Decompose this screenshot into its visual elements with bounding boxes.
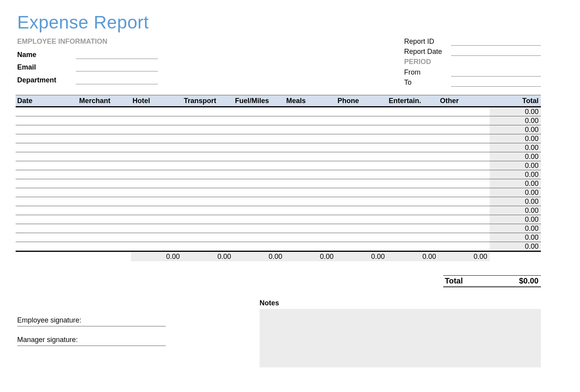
table-cell[interactable] bbox=[387, 215, 439, 224]
table-cell[interactable] bbox=[16, 215, 77, 224]
table-cell[interactable] bbox=[16, 179, 77, 188]
table-cell[interactable] bbox=[77, 224, 131, 233]
table-cell[interactable] bbox=[285, 116, 336, 125]
table-cell[interactable] bbox=[439, 242, 490, 251]
table-cell[interactable] bbox=[182, 152, 233, 161]
table-cell[interactable] bbox=[131, 179, 182, 188]
table-cell[interactable] bbox=[233, 188, 285, 197]
table-cell[interactable] bbox=[285, 215, 336, 224]
table-cell[interactable] bbox=[131, 152, 182, 161]
table-cell[interactable] bbox=[233, 143, 285, 152]
table-cell[interactable] bbox=[131, 233, 182, 242]
table-cell[interactable] bbox=[16, 224, 77, 233]
table-cell[interactable] bbox=[336, 143, 387, 152]
table-cell[interactable] bbox=[233, 170, 285, 179]
table-cell[interactable] bbox=[387, 224, 439, 233]
table-cell[interactable] bbox=[77, 206, 131, 215]
table-cell[interactable] bbox=[336, 233, 387, 242]
notes-area[interactable] bbox=[260, 309, 541, 367]
table-cell[interactable] bbox=[336, 188, 387, 197]
table-cell[interactable] bbox=[387, 197, 439, 206]
table-cell[interactable] bbox=[77, 161, 131, 170]
table-cell[interactable] bbox=[131, 242, 182, 251]
table-cell[interactable] bbox=[131, 224, 182, 233]
table-cell[interactable] bbox=[182, 197, 233, 206]
table-cell[interactable] bbox=[387, 134, 439, 143]
table-cell[interactable] bbox=[77, 170, 131, 179]
table-cell[interactable] bbox=[439, 197, 490, 206]
table-cell[interactable] bbox=[285, 224, 336, 233]
table-cell[interactable] bbox=[233, 179, 285, 188]
table-cell[interactable] bbox=[16, 116, 77, 125]
table-cell[interactable] bbox=[233, 116, 285, 125]
table-cell[interactable] bbox=[77, 233, 131, 242]
table-cell[interactable] bbox=[285, 242, 336, 251]
table-cell[interactable] bbox=[387, 170, 439, 179]
table-cell[interactable] bbox=[182, 125, 233, 134]
table-cell[interactable] bbox=[233, 206, 285, 215]
table-cell[interactable] bbox=[336, 152, 387, 161]
table-cell[interactable] bbox=[16, 242, 77, 251]
table-cell[interactable] bbox=[233, 215, 285, 224]
table-cell[interactable] bbox=[285, 179, 336, 188]
table-cell[interactable] bbox=[16, 233, 77, 242]
table-cell[interactable] bbox=[285, 134, 336, 143]
table-cell[interactable] bbox=[131, 107, 182, 116]
table-cell[interactable] bbox=[285, 107, 336, 116]
table-cell[interactable] bbox=[77, 134, 131, 143]
table-cell[interactable] bbox=[439, 134, 490, 143]
table-cell[interactable] bbox=[336, 134, 387, 143]
period-from-field[interactable] bbox=[451, 68, 541, 77]
table-cell[interactable] bbox=[233, 134, 285, 143]
table-cell[interactable] bbox=[182, 170, 233, 179]
table-cell[interactable] bbox=[336, 116, 387, 125]
table-cell[interactable] bbox=[285, 170, 336, 179]
table-cell[interactable] bbox=[233, 125, 285, 134]
table-cell[interactable] bbox=[131, 134, 182, 143]
table-cell[interactable] bbox=[182, 206, 233, 215]
table-cell[interactable] bbox=[182, 107, 233, 116]
table-cell[interactable] bbox=[233, 197, 285, 206]
table-cell[interactable] bbox=[285, 161, 336, 170]
table-cell[interactable] bbox=[387, 125, 439, 134]
table-cell[interactable] bbox=[16, 143, 77, 152]
table-cell[interactable] bbox=[336, 242, 387, 251]
table-cell[interactable] bbox=[182, 242, 233, 251]
table-cell[interactable] bbox=[439, 125, 490, 134]
table-cell[interactable] bbox=[16, 107, 77, 116]
table-cell[interactable] bbox=[16, 161, 77, 170]
table-cell[interactable] bbox=[16, 170, 77, 179]
table-cell[interactable] bbox=[387, 161, 439, 170]
table-cell[interactable] bbox=[77, 242, 131, 251]
table-cell[interactable] bbox=[439, 152, 490, 161]
table-cell[interactable] bbox=[387, 152, 439, 161]
table-cell[interactable] bbox=[336, 224, 387, 233]
table-cell[interactable] bbox=[16, 152, 77, 161]
table-cell[interactable] bbox=[336, 206, 387, 215]
table-cell[interactable] bbox=[439, 188, 490, 197]
table-cell[interactable] bbox=[387, 143, 439, 152]
table-cell[interactable] bbox=[16, 188, 77, 197]
table-cell[interactable] bbox=[336, 161, 387, 170]
table-cell[interactable] bbox=[285, 206, 336, 215]
table-cell[interactable] bbox=[182, 188, 233, 197]
table-cell[interactable] bbox=[77, 116, 131, 125]
report-id-field[interactable] bbox=[451, 37, 541, 46]
table-cell[interactable] bbox=[182, 233, 233, 242]
table-cell[interactable] bbox=[182, 134, 233, 143]
table-cell[interactable] bbox=[439, 116, 490, 125]
table-cell[interactable] bbox=[182, 143, 233, 152]
table-cell[interactable] bbox=[439, 107, 490, 116]
table-cell[interactable] bbox=[77, 188, 131, 197]
table-cell[interactable] bbox=[77, 143, 131, 152]
table-cell[interactable] bbox=[182, 116, 233, 125]
table-cell[interactable] bbox=[439, 143, 490, 152]
table-cell[interactable] bbox=[387, 116, 439, 125]
table-cell[interactable] bbox=[131, 125, 182, 134]
report-date-field[interactable] bbox=[451, 47, 541, 56]
table-cell[interactable] bbox=[182, 215, 233, 224]
table-cell[interactable] bbox=[131, 116, 182, 125]
table-cell[interactable] bbox=[16, 125, 77, 134]
table-cell[interactable] bbox=[336, 170, 387, 179]
department-field[interactable] bbox=[76, 75, 158, 84]
